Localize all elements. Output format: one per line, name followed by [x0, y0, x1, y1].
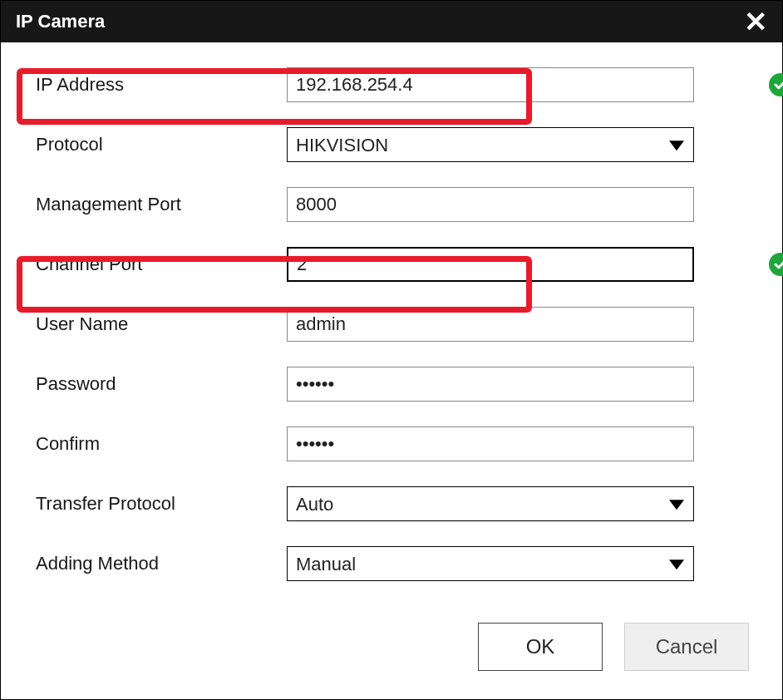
row-tproto: Transfer Protocol Auto [24, 486, 759, 521]
dialog-footer: OK Cancel [1, 623, 782, 699]
row-confirm: Confirm [24, 426, 759, 461]
password-input[interactable] [287, 367, 694, 402]
row-user: User Name [24, 307, 759, 342]
protocol-select[interactable]: HIKVISION [287, 127, 694, 162]
label-confirm: Confirm [24, 433, 287, 455]
label-user: User Name [24, 313, 287, 335]
ip-camera-dialog: IP Camera ✕ IP Address Protocol HIKVISIO… [0, 0, 783, 700]
ok-button[interactable]: OK [478, 623, 603, 671]
ip-address-input[interactable] [287, 67, 694, 102]
username-input[interactable] [287, 307, 694, 342]
management-port-input[interactable] [287, 187, 694, 222]
row-ip: IP Address [24, 67, 759, 102]
label-amethod: Adding Method [24, 553, 287, 574]
row-amethod: Adding Method Manual [24, 546, 759, 581]
titlebar: IP Camera ✕ [1, 1, 782, 42]
row-mport: Management Port [24, 187, 759, 222]
row-protocol: Protocol HIKVISION [24, 127, 759, 162]
transfer-protocol-select[interactable]: Auto [287, 486, 694, 521]
row-cport: Channel Port [24, 247, 759, 282]
checkmark-icon [769, 73, 783, 96]
confirm-password-input[interactable] [287, 426, 694, 461]
checkmark-icon [769, 253, 783, 276]
channel-port-input[interactable] [287, 247, 694, 282]
adding-method-select[interactable]: Manual [287, 546, 694, 581]
row-pass: Password [24, 367, 759, 402]
cancel-button[interactable]: Cancel [624, 623, 749, 671]
dialog-title: IP Camera [16, 11, 105, 32]
label-ip: IP Address [24, 74, 287, 96]
label-pass: Password [24, 373, 287, 395]
label-cport: Channel Port [24, 254, 287, 275]
label-mport: Management Port [24, 194, 287, 215]
form-area: IP Address Protocol HIKVISION Management… [1, 42, 782, 623]
close-icon[interactable]: ✕ [744, 7, 767, 36]
label-tproto: Transfer Protocol [24, 493, 287, 515]
label-protocol: Protocol [24, 134, 287, 155]
